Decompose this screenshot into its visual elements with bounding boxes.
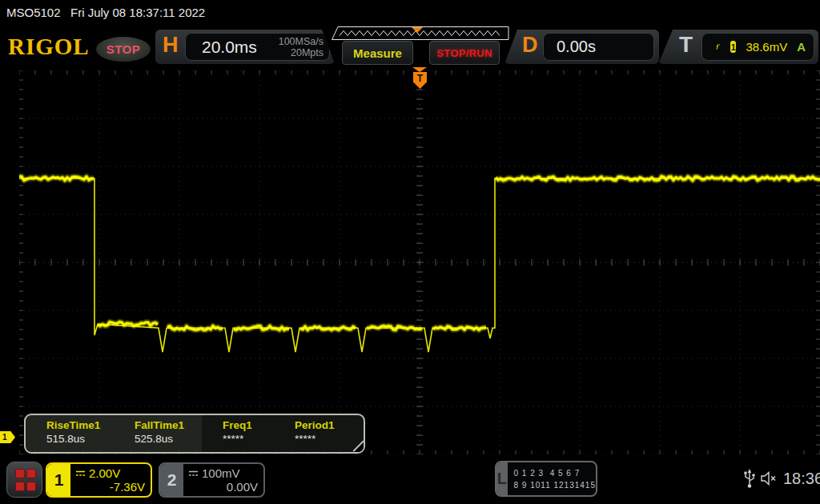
title-bar: MSO5102 Fri July 08 18:37:11 2022 [0, 0, 820, 24]
measurement-panel[interactable]: RiseTime1 515.8us FallTime1 525.8us Freq… [24, 414, 365, 454]
channel2-number-tab[interactable]: 2 [160, 464, 183, 496]
measurement-label: RiseTime1 [46, 419, 114, 431]
channel1-ground-marker[interactable]: 1 [0, 431, 15, 443]
measurement-period[interactable]: Period1 ***** [274, 415, 348, 452]
channel1-badge[interactable]: 1 2.00V -7.36V [46, 462, 152, 498]
measurement-value: ***** [223, 433, 274, 445]
measurement-value: 515.8us [46, 433, 114, 445]
measure-button[interactable]: Measure [342, 41, 413, 65]
acquisition-rates: 100MSa/s 20Mpts [279, 36, 329, 58]
logic-channel-list: 0 1 2 3 4 5 6 7 8 9 1011 12131415 [508, 462, 596, 495]
sample-rate: 100MSa/s [279, 36, 324, 47]
measurement-falltime[interactable]: FallTime1 525.8us [114, 415, 202, 452]
model-name: MSO5102 [6, 6, 61, 19]
channel2-badge[interactable]: 2 100mV 0.00V [159, 462, 265, 498]
trigger-panel[interactable]: T 1 38.6mV A [658, 30, 818, 64]
channel1-scale: 2.00V [89, 466, 120, 480]
logic-channels-row2: 8 9 1011 12131415 [514, 479, 596, 491]
measurement-freq[interactable]: Freq1 ***** [202, 415, 274, 452]
delay-value: 0.00s [544, 38, 596, 56]
memory-depth: 20Mpts [291, 47, 324, 58]
horizontal-panel[interactable]: H 20.0ms 100MSa/s 20Mpts [155, 30, 335, 64]
logic-analyzer-tab[interactable]: L [496, 462, 508, 495]
measurement-label: FallTime1 [135, 419, 202, 431]
stop-run-label: STOP/RUN [436, 47, 492, 59]
speaker-muted-icon[interactable] [760, 471, 781, 486]
channel1-info: 2.00V -7.36V [70, 464, 151, 496]
trigger-source-badge: 1 [730, 41, 736, 53]
datetime-text: Fri July 08 18:37:11 2022 [70, 6, 205, 19]
measure-label: Measure [353, 46, 402, 60]
measurement-value: ***** [295, 433, 348, 445]
measurement-risetime[interactable]: RiseTime1 515.8us [26, 415, 114, 452]
rising-edge-icon [715, 41, 721, 53]
measurement-label: Period1 [295, 419, 348, 431]
channel1-number-tab[interactable]: 1 [47, 464, 70, 496]
measurement-value: 525.8us [135, 433, 202, 445]
waveform-display[interactable] [19, 70, 820, 454]
logic-analyzer-badge[interactable]: L 0 1 2 3 4 5 6 7 8 9 1011 12131415 [495, 461, 597, 497]
trigger-level-value: 38.6mV [746, 40, 787, 54]
horizontal-badge: H [163, 33, 179, 58]
measurement-label: Freq1 [223, 419, 274, 431]
trigger-inset: 1 38.6mV A [701, 33, 814, 61]
trigger-badge: T [679, 32, 693, 58]
delay-inset: 0.00s [543, 33, 654, 61]
channel2-offset: 0.00V [188, 480, 258, 494]
logic-channels-row1: 0 1 2 3 4 5 6 7 [514, 467, 596, 479]
channel2-scale: 100mV [202, 466, 240, 480]
clock-text: 18:36 [783, 470, 820, 488]
horizontal-inset: 20.0ms 100MSa/s 20Mpts [185, 33, 330, 61]
timebase-value: 20.0ms [186, 38, 257, 57]
trigger-sweep-mode: A [797, 40, 814, 54]
stop-run-button[interactable]: STOP/RUN [429, 41, 500, 65]
usb-icon [743, 468, 756, 489]
waveform-overview-strip[interactable] [332, 26, 509, 40]
dc-coupling-icon [188, 470, 199, 478]
run-state-badge: STOP [96, 37, 151, 62]
trigger-position-caret-icon[interactable] [412, 67, 427, 72]
dc-coupling-icon [75, 470, 86, 478]
delay-badge: D [522, 33, 538, 58]
channel1-offset: -7.36V [75, 480, 145, 494]
rigol-logo: RIGOL [8, 34, 90, 60]
app-grid-icon [15, 469, 34, 491]
quick-menu-button[interactable] [6, 462, 42, 498]
delay-panel[interactable]: D 0.00s [504, 30, 659, 64]
channel2-info: 100mV 0.00V [183, 464, 263, 496]
